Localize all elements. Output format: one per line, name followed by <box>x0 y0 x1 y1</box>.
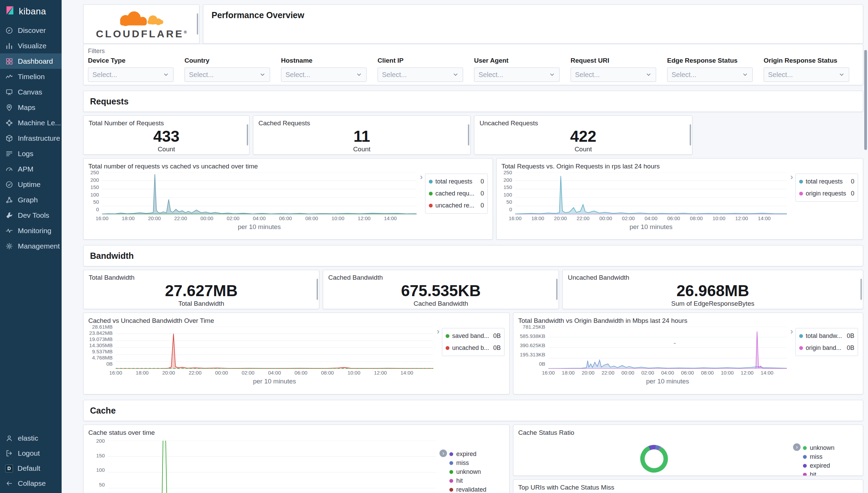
legend-item[interactable]: total requests0 <box>799 176 854 188</box>
sidebar-footer-item[interactable]: elastic <box>0 431 62 446</box>
legend-item[interactable]: total bandw...0B <box>799 330 854 342</box>
legend-item[interactable]: total requests0 <box>429 176 484 188</box>
logout-icon <box>5 449 13 457</box>
panel-scrollbar[interactable] <box>197 13 198 35</box>
chevron-down-icon <box>356 72 362 78</box>
x-tick-label: 16:00 <box>509 215 522 221</box>
legend-item[interactable]: origin requests0 <box>799 188 854 200</box>
filter-control: Origin Response Status Select... <box>764 57 849 82</box>
legend-item[interactable]: hit <box>449 476 505 485</box>
legend-item[interactable]: uncached b...0B <box>446 342 501 354</box>
y-tick-label: 390.625KB <box>520 343 545 348</box>
sidebar-footer-item[interactable]: D Default <box>0 461 62 476</box>
dashboard-title-panel: Performance Overview <box>203 4 863 44</box>
filter-label: Request URI <box>571 57 656 64</box>
sidebar-item[interactable]: Management <box>0 238 62 254</box>
select-placeholder: Select... <box>575 71 600 79</box>
x-tick-label: 22:00 <box>577 215 590 221</box>
panel-scrollbar[interactable] <box>556 279 558 300</box>
panel-scrollbar[interactable] <box>860 279 862 300</box>
bandwidth-charts-row: Cached vs Uncached Bandwidth Over Time 2… <box>83 313 863 394</box>
legend-color-dot <box>803 473 807 476</box>
x-tick-label: 06:00 <box>295 370 308 376</box>
sidebar-item-label: Machine Le... <box>18 119 61 127</box>
uptime-icon <box>5 180 13 189</box>
kibana-home-link[interactable]: kibana <box>0 0 62 23</box>
sidebar-item[interactable]: Dev Tools <box>0 207 62 223</box>
sidebar-item[interactable]: Logs <box>0 146 62 161</box>
y-tick-label: 100 <box>90 192 99 197</box>
legend-item[interactable]: unknown <box>449 467 505 476</box>
sidebar-footer-item[interactable]: Logout <box>0 446 62 461</box>
y-tick-label: 200 <box>96 438 105 443</box>
sidebar-item[interactable]: Maps <box>0 100 62 115</box>
legend-collapse-icon[interactable]: › <box>790 174 793 180</box>
sidebar-item[interactable]: Dashboard <box>0 53 62 69</box>
legend-collapse-icon[interactable]: › <box>790 328 793 335</box>
x-axis-labels: 16:0018:0020:0022:0000:0002:0004:0006:00… <box>116 370 433 377</box>
timeseries-chart: 25020015010050016:0018:0020:0022:0000:00… <box>501 172 858 231</box>
legend-color-dot <box>449 461 453 465</box>
sidebar-item[interactable]: Uptime <box>0 177 62 192</box>
legend-item[interactable]: hit <box>803 470 858 476</box>
filter-select[interactable]: Select... <box>281 67 367 82</box>
sidebar-item[interactable]: Canvas <box>0 84 62 100</box>
legend-color-dot <box>449 479 453 483</box>
legend-item[interactable]: cached requ...0 <box>429 188 484 200</box>
legend-item[interactable]: saved band...0B <box>446 330 501 342</box>
sidebar-footer-item[interactable]: Collapse <box>0 476 62 491</box>
legend-toggle-icon[interactable]: › <box>793 443 801 451</box>
metric-panel: Cached Bandwidth 675.535KB Cached Bandwi… <box>323 270 559 309</box>
sidebar-item[interactable]: Timelion <box>0 69 62 84</box>
filter-select[interactable]: Select... <box>88 67 174 82</box>
chart-title: Cache Status Ratio <box>518 429 858 437</box>
sidebar-item[interactable]: Monitoring <box>0 223 62 238</box>
legend-item[interactable]: miss <box>449 458 505 467</box>
page-scrollbar[interactable] <box>864 50 867 150</box>
y-tick-label: 0B <box>539 361 545 366</box>
legend-toggle-icon[interactable]: › <box>439 450 447 457</box>
legend-item[interactable]: revalidated <box>449 485 505 493</box>
legend-item[interactable]: uncached re...0 <box>429 200 484 212</box>
filter-select[interactable]: Select... <box>184 67 270 82</box>
sidebar-item-label: Management <box>18 242 60 250</box>
timeseries-chart: 781.25KB585.938KB390.625KB195.313KB0B16:… <box>518 327 858 385</box>
plot-area <box>515 172 787 214</box>
chart-title: Total Bandwidth vs Origin Bandwidth in M… <box>518 317 858 325</box>
x-tick-label: 18:00 <box>531 215 544 221</box>
sidebar-item[interactable]: Graph <box>0 192 62 207</box>
legend-item[interactable]: expired <box>803 461 858 470</box>
chart-title: Total Requests vs. Origin Requests in rp… <box>501 163 858 170</box>
filter-label: Origin Response Status <box>764 57 849 64</box>
legend-value: 0 <box>851 178 854 185</box>
filter-select[interactable]: Select... <box>378 67 463 82</box>
legend-item[interactable]: origin band...0B <box>799 342 854 354</box>
filter-select[interactable]: Select... <box>474 67 560 82</box>
legend-item[interactable]: expired <box>449 450 505 458</box>
legend-collapse-icon[interactable]: › <box>420 174 423 180</box>
sidebar-item[interactable]: Machine Le... <box>0 115 62 130</box>
legend-item[interactable]: miss <box>803 452 858 461</box>
sidebar-item[interactable]: APM <box>0 161 62 177</box>
logs-icon <box>5 150 13 158</box>
legend-item[interactable]: unknown <box>803 443 858 452</box>
sidebar-item[interactable]: Visualize <box>0 38 62 53</box>
panel-scrollbar[interactable] <box>317 279 318 300</box>
sidebar-item-label: Visualize <box>18 42 47 50</box>
y-tick-label: 0 <box>96 206 99 212</box>
legend-collapse-icon[interactable]: › <box>437 328 439 335</box>
panel-scrollbar[interactable] <box>468 124 469 146</box>
panel-scrollbar[interactable] <box>247 124 248 146</box>
x-axis-labels: 16:0018:0020:0022:0000:0002:0004:0006:00… <box>515 215 787 223</box>
x-tick-label: 00:00 <box>201 215 214 221</box>
filter-select[interactable]: Select... <box>764 67 849 82</box>
sidebar-item[interactable]: Infrastructure <box>0 130 62 146</box>
panel-scrollbar[interactable] <box>690 124 691 146</box>
filter-select[interactable]: Select... <box>667 67 753 82</box>
filter-select[interactable]: Select... <box>571 67 656 82</box>
select-placeholder: Select... <box>478 71 503 79</box>
y-tick-label: 200 <box>90 177 99 182</box>
metric-value: 422 <box>480 127 687 146</box>
apm-icon <box>5 165 13 173</box>
sidebar-item[interactable]: Discover <box>0 23 62 38</box>
